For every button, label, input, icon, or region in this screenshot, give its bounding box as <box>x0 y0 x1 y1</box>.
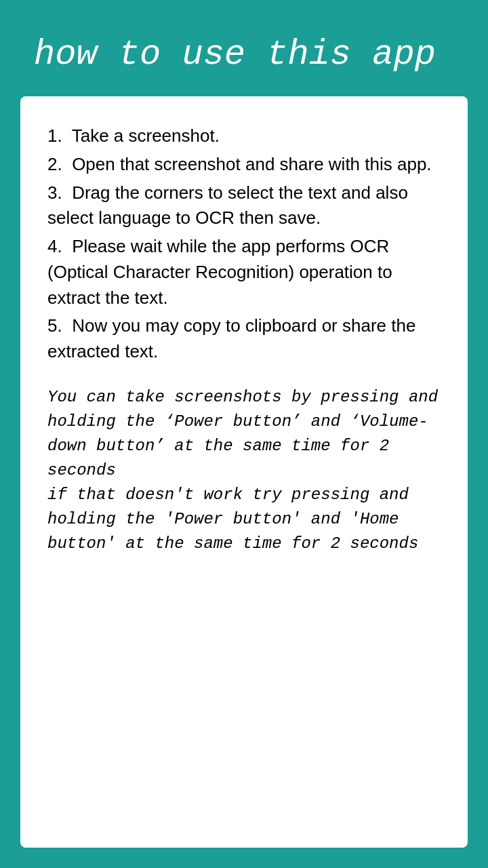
step-1-number: 1. <box>47 125 62 146</box>
page-wrapper: how to use this app 1. Take a screenshot… <box>0 0 488 868</box>
steps-section: 1. Take a screenshot. 2. Open that scree… <box>47 123 441 364</box>
step-1: 1. Take a screenshot. <box>47 123 441 149</box>
step-2-text: Open that screenshot and share with this… <box>72 154 431 174</box>
step-3-number: 3. <box>47 182 62 203</box>
step-2-number: 2. <box>47 154 62 174</box>
step-5-text: Now you may copy to clipboard or share t… <box>47 315 415 361</box>
page-title: how to use this app <box>34 34 454 76</box>
tip-text: You can take screenshots by pressing and… <box>47 385 441 556</box>
step-4-number: 4. <box>47 236 62 256</box>
tip-section: You can take screenshots by pressing and… <box>47 385 441 556</box>
step-4-text: Please wait while the app performs OCR (… <box>47 236 392 307</box>
content-card: 1. Take a screenshot. 2. Open that scree… <box>20 96 468 848</box>
step-2: 2. Open that screenshot and share with t… <box>47 152 441 178</box>
step-4: 4. Please wait while the app performs OC… <box>47 234 441 311</box>
step-5: 5. Now you may copy to clipboard or shar… <box>47 313 441 364</box>
step-1-text: Take a screenshot. <box>72 125 220 146</box>
step-5-number: 5. <box>47 315 62 336</box>
step-3-text: Drag the corners to select the text and … <box>47 182 408 229</box>
step-3: 3. Drag the corners to select the text a… <box>47 180 441 231</box>
header-section: how to use this app <box>20 27 468 96</box>
